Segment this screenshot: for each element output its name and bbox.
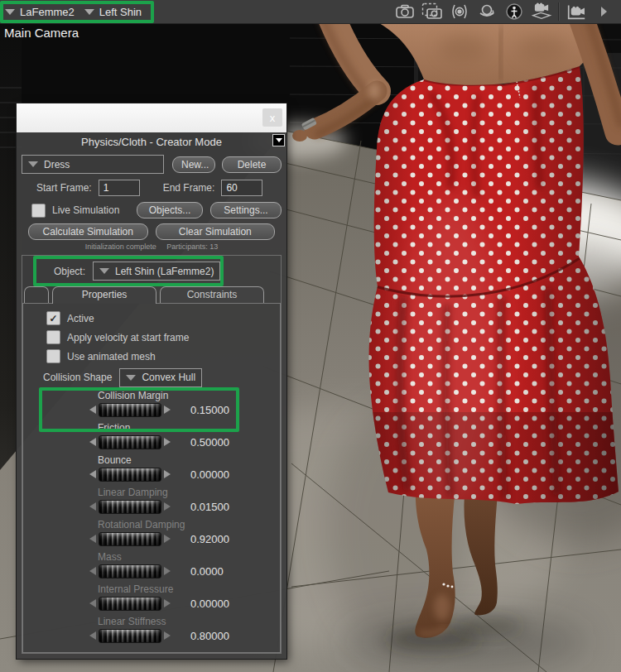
figure-dress (356, 56, 621, 511)
application-window: LaFemme2 Left Shin (0, 0, 621, 672)
slider-decrement-arrow[interactable] (89, 631, 96, 640)
object-dropdown-value: Left Shin (LaFemme2) (115, 266, 214, 277)
slider-value[interactable]: 0.80000 (190, 630, 229, 642)
slider-dial[interactable] (99, 564, 161, 578)
globe-figure-icon[interactable] (503, 2, 525, 22)
slider-dial[interactable] (99, 532, 161, 546)
figure-selector[interactable]: LaFemme2 (20, 6, 75, 18)
slider-decrement-arrow[interactable] (89, 502, 96, 511)
live-simulation-checkbox[interactable] (31, 204, 46, 218)
actor-selector[interactable]: Left Shin (99, 6, 142, 18)
use-animated-mesh-label: Use animated mesh (67, 351, 156, 362)
toolbar-separator (558, 2, 560, 21)
camera-name-label[interactable]: Main Camera (4, 26, 79, 40)
slider-increment-arrow[interactable] (164, 502, 171, 511)
slider-linear-damping: Linear Damping 0.01500 (23, 487, 280, 516)
slider-rotational-damping: Rotational Damping 0.92000 (23, 519, 280, 549)
object-dropdown[interactable]: Left Shin (LaFemme2) (93, 262, 220, 281)
objects-button[interactable]: Objects... (137, 202, 203, 218)
simulation-status: Initialization complete Participants: 13 (17, 242, 286, 251)
status-message: Initialization complete (85, 242, 156, 251)
slider-friction: Friction 0.50000 (23, 422, 280, 452)
slider-decrement-arrow[interactable] (89, 567, 96, 575)
panel-title: Physics/Cloth - Creator Mode (17, 132, 286, 151)
slider-increment-arrow[interactable] (164, 599, 171, 607)
tab-stub (24, 286, 49, 303)
slider-value[interactable]: 0.50000 (190, 436, 229, 449)
live-simulation-label: Live Simulation (52, 204, 119, 216)
slider-value[interactable]: 0.15000 (190, 404, 229, 416)
slider-increment-arrow[interactable] (164, 535, 171, 543)
slider-decrement-arrow[interactable] (89, 535, 96, 543)
slider-increment-arrow[interactable] (164, 438, 171, 446)
object-label: Object: (54, 266, 85, 277)
slider-linear-stiffness: Linear Stiffness 0.80000 (23, 616, 280, 646)
dropdown-arrow-icon (28, 161, 38, 167)
slider-value[interactable]: 0.01500 (190, 501, 229, 513)
collision-shape-label: Collision Shape (43, 372, 112, 383)
slider-value[interactable]: 0.0000 (190, 565, 224, 578)
render-area-camera-icon[interactable] (421, 2, 443, 22)
tab-properties[interactable]: Properties (52, 286, 156, 304)
collision-shape-dropdown[interactable]: Convex Hull (119, 368, 202, 387)
end-frame-label: End Frame: (163, 182, 215, 194)
slider-bounce: Bounce 0.00000 (23, 454, 280, 484)
orbit-sphere-icon[interactable] (476, 2, 498, 22)
slider-decrement-arrow[interactable] (89, 406, 96, 414)
slider-decrement-arrow[interactable] (89, 470, 96, 478)
slider-internal-pressure: Internal Pressure 0.00000 (23, 583, 280, 613)
slider-label: Mass (98, 551, 280, 563)
slider-dial[interactable] (99, 597, 161, 611)
slider-increment-arrow[interactable] (164, 470, 171, 478)
calculate-simulation-button[interactable]: Calculate Simulation (28, 223, 148, 240)
figure-dropdown-arrow-icon[interactable] (5, 9, 15, 15)
slider-dial[interactable] (99, 500, 161, 514)
slider-dial[interactable] (99, 403, 161, 417)
toolbar-expand-icon[interactable] (593, 2, 614, 22)
top-toolbar: LaFemme2 Left Shin (0, 0, 621, 24)
still-camera-icon[interactable] (394, 2, 416, 22)
start-frame-input[interactable] (99, 180, 140, 196)
slider-increment-arrow[interactable] (164, 567, 171, 575)
focus-brackets-icon[interactable] (449, 2, 470, 22)
simulation-dropdown-value: Dress (44, 159, 70, 170)
delete-simulation-button[interactable]: Delete (222, 156, 282, 173)
settings-button[interactable]: Settings... (210, 202, 282, 218)
tab-constraints[interactable]: Constraints (160, 286, 264, 303)
dropdown-arrow-icon (126, 375, 136, 381)
object-group-box: Object: Left Shin (LaFemme2) Properties … (22, 255, 282, 654)
simulation-dropdown[interactable]: Dress (22, 155, 164, 174)
slider-label: Friction (98, 422, 280, 434)
slider-dial[interactable] (99, 468, 161, 482)
slider-increment-arrow[interactable] (164, 406, 171, 414)
apply-velocity-checkbox[interactable] (46, 330, 60, 344)
slider-label: Rotational Damping (98, 519, 280, 530)
panel-menu-button[interactable] (272, 134, 285, 146)
slider-label: Internal Pressure (98, 583, 280, 595)
stage-dolly-camera-icon[interactable] (531, 2, 552, 22)
panel-titlebar[interactable]: x (17, 103, 286, 132)
active-label: Active (67, 313, 94, 324)
clear-simulation-button[interactable]: Clear Simulation (156, 223, 276, 240)
tab-bar: Properties Constraints (22, 286, 281, 303)
new-simulation-button[interactable]: New... (172, 156, 215, 173)
start-frame-label: Start Frame: (36, 182, 92, 194)
slider-value[interactable]: 0.92000 (190, 533, 229, 545)
slider-dial[interactable] (99, 435, 161, 449)
slider-dial[interactable] (99, 629, 161, 643)
active-checkbox[interactable]: ✓ (46, 311, 60, 325)
slider-decrement-arrow[interactable] (89, 438, 96, 446)
actor-dropdown-arrow-icon[interactable] (84, 9, 94, 15)
slider-mass: Mass 0.0000 (23, 551, 280, 581)
panel-menu-arrow-icon (276, 138, 282, 142)
close-button[interactable]: x (262, 108, 282, 127)
slider-collision-margin: Collision Margin 0.15000 (23, 390, 280, 420)
slider-value[interactable]: 0.00000 (190, 598, 229, 610)
slider-label: Linear Stiffness (98, 616, 280, 627)
slider-value[interactable]: 0.00000 (190, 468, 229, 481)
slider-decrement-arrow[interactable] (89, 599, 96, 607)
slider-increment-arrow[interactable] (164, 631, 171, 640)
main-camera-view-icon[interactable] (566, 2, 587, 22)
use-animated-mesh-checkbox[interactable] (46, 349, 60, 363)
end-frame-input[interactable] (221, 180, 262, 196)
